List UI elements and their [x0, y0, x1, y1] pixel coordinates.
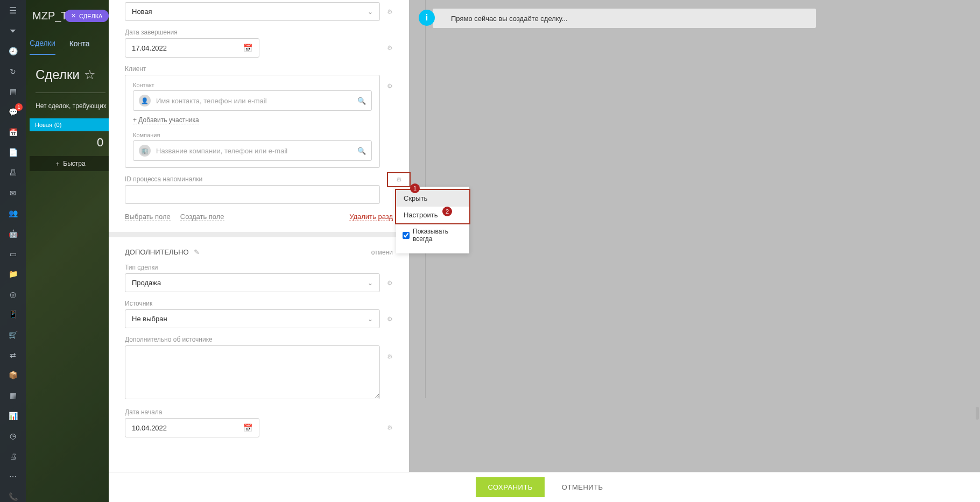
person-icon: 👤: [139, 95, 151, 107]
deal-type-select[interactable]: Продажа ⌄: [125, 273, 380, 292]
source-gear-button[interactable]: ⚙: [387, 315, 393, 323]
calendar-icon[interactable]: 📅: [243, 44, 252, 52]
phone-icon[interactable]: 📱: [8, 309, 18, 320]
contact-search-field[interactable]: 👤 🔍: [133, 90, 372, 111]
quick-add[interactable]: ＋ Быстра: [30, 156, 110, 171]
tab-contacts[interactable]: Конта: [69, 33, 90, 54]
search-icon[interactable]: 🔍: [357, 97, 366, 105]
select-field-link[interactable]: Выбрать поле: [125, 213, 171, 221]
contact-input[interactable]: [156, 97, 352, 105]
source-extra-textarea[interactable]: [125, 345, 380, 399]
sync-icon[interactable]: ⇄: [8, 350, 18, 360]
contact-label: Контакт: [133, 82, 372, 88]
gear-icon[interactable]: ⚙: [396, 176, 402, 183]
hamburger-icon[interactable]: ☰: [8, 5, 18, 16]
deal-form-panel: Новая ⌄ ⚙ Дата завершения 17.04.2022 📅 ⚙…: [109, 0, 409, 502]
source-extra-gear-button[interactable]: ⚙: [387, 353, 393, 360]
source-extra-label: Дополнительно об источнике: [125, 336, 393, 343]
grid-icon[interactable]: ▦: [8, 390, 18, 401]
call-icon[interactable]: 📞: [8, 491, 18, 502]
highlighted-gear-box[interactable]: ⚙: [387, 172, 411, 187]
funnel-icon[interactable]: ⏷: [8, 26, 18, 37]
scrollbar-thumb[interactable]: [976, 407, 979, 420]
add-participant-label: Добавить участника: [138, 116, 199, 124]
field-settings-popup: Скрыть Настроить Показывать всегда: [396, 187, 469, 253]
star-icon[interactable]: ☆: [84, 67, 96, 82]
scrollbar[interactable]: [975, 0, 979, 502]
timer-icon[interactable]: ◷: [8, 430, 18, 441]
dots-icon[interactable]: ⋯: [8, 471, 18, 482]
start-date-field[interactable]: 10.04.2022 📅: [125, 418, 259, 437]
stage-name: Новая: [35, 122, 52, 128]
popup-hide[interactable]: Скрыть: [396, 190, 469, 207]
quick-label: Быстра: [63, 160, 85, 167]
card-icon[interactable]: ▭: [8, 249, 18, 259]
end-date-value: 17.04.2022: [132, 44, 167, 52]
deal-type-gear-button[interactable]: ⚙: [387, 279, 393, 287]
stage-gear-button[interactable]: ⚙: [387, 8, 393, 16]
printer-icon[interactable]: 🖶: [8, 167, 18, 178]
popup-configure[interactable]: Настроить: [396, 207, 469, 223]
company-search-field[interactable]: 🏢 🔍: [133, 140, 372, 161]
info-icon: i: [419, 10, 435, 26]
cancel-section-link[interactable]: отмени: [371, 249, 393, 256]
deal-type-value: Продажа: [132, 279, 161, 287]
client-label: Клиент: [125, 65, 393, 73]
client-box: Контакт 👤 🔍 + Добавить участника Компани…: [125, 75, 380, 168]
deal-chip[interactable]: ✕ СДЕЛКА: [65, 10, 109, 22]
create-field-link[interactable]: Создать поле: [180, 213, 224, 221]
end-date-gear-button[interactable]: ⚙: [387, 44, 393, 52]
start-date-gear-button[interactable]: ⚙: [387, 424, 393, 432]
clock-icon[interactable]: 🕘: [8, 46, 18, 56]
bg-tabs: Сделки Конта: [30, 31, 89, 56]
tab-deals[interactable]: Сделки: [30, 32, 55, 55]
search-icon[interactable]: 🔍: [357, 147, 366, 155]
additional-section-header: ДОПОЛНИТЕЛЬНО ✎ отмени: [125, 248, 393, 256]
stage-select[interactable]: Новая ⌄: [125, 2, 380, 21]
field-links-row: Выбрать поле Создать поле Удалить разд: [125, 213, 393, 221]
chat-icon[interactable]: 💬: [8, 107, 18, 117]
delete-section-link[interactable]: Удалить разд: [349, 213, 393, 221]
bg-divider: [36, 93, 105, 93]
annotation-marker-2: 2: [442, 207, 452, 216]
calendar-icon[interactable]: 📅: [8, 127, 18, 138]
stage-select-value: Новая: [132, 8, 152, 16]
stats-icon[interactable]: 📊: [8, 411, 18, 421]
people-icon[interactable]: 👥: [8, 208, 18, 218]
end-date-label: Дата завершения: [125, 29, 393, 36]
close-icon[interactable]: ✕: [71, 12, 76, 19]
folder-icon[interactable]: 📁: [8, 268, 18, 279]
save-button[interactable]: СОХРАНИТЬ: [476, 477, 544, 497]
add-participant-link[interactable]: + Добавить участника: [133, 116, 199, 124]
chip-label: СДЕЛКА: [79, 13, 102, 19]
source-value: Не выбран: [132, 315, 167, 323]
chevron-down-icon: ⌄: [368, 8, 373, 16]
page-title-text: Сделки: [36, 67, 80, 82]
reminder-id-input[interactable]: [125, 185, 380, 204]
pencil-icon[interactable]: ✎: [194, 248, 200, 256]
box-icon[interactable]: 📦: [8, 370, 18, 381]
company-input[interactable]: [156, 147, 352, 155]
additional-section-title: ДОПОЛНИТЕЛЬНО: [125, 248, 189, 256]
client-gear-button[interactable]: ⚙: [387, 82, 393, 90]
info-banner: Прямо сейчас вы создаёте сделку...: [433, 9, 816, 28]
source-select[interactable]: Не выбран ⌄: [125, 309, 380, 328]
cart-icon[interactable]: 🛒: [8, 329, 18, 340]
doc-icon[interactable]: ▤: [8, 87, 18, 97]
random-icon[interactable]: ↻: [8, 66, 18, 77]
chevron-down-icon: ⌄: [368, 315, 373, 323]
stage-new[interactable]: Новая (0): [30, 118, 110, 131]
robot-icon[interactable]: 🤖: [8, 228, 18, 239]
mail-icon[interactable]: ✉: [8, 188, 18, 199]
annotation-marker-1: 1: [410, 183, 420, 193]
right-area: [409, 0, 980, 502]
building-icon: 🏢: [139, 145, 151, 157]
cancel-button[interactable]: ОТМЕНИТЬ: [552, 477, 613, 497]
print2-icon[interactable]: 🖨: [8, 451, 18, 462]
popup-always-show[interactable]: Показывать всегда: [396, 223, 469, 247]
always-show-checkbox[interactable]: [403, 232, 410, 239]
target-icon[interactable]: ◎: [8, 289, 18, 300]
calendar-icon[interactable]: 📅: [243, 423, 252, 432]
end-date-field[interactable]: 17.04.2022 📅: [125, 38, 259, 58]
file-icon[interactable]: 📄: [8, 147, 18, 158]
